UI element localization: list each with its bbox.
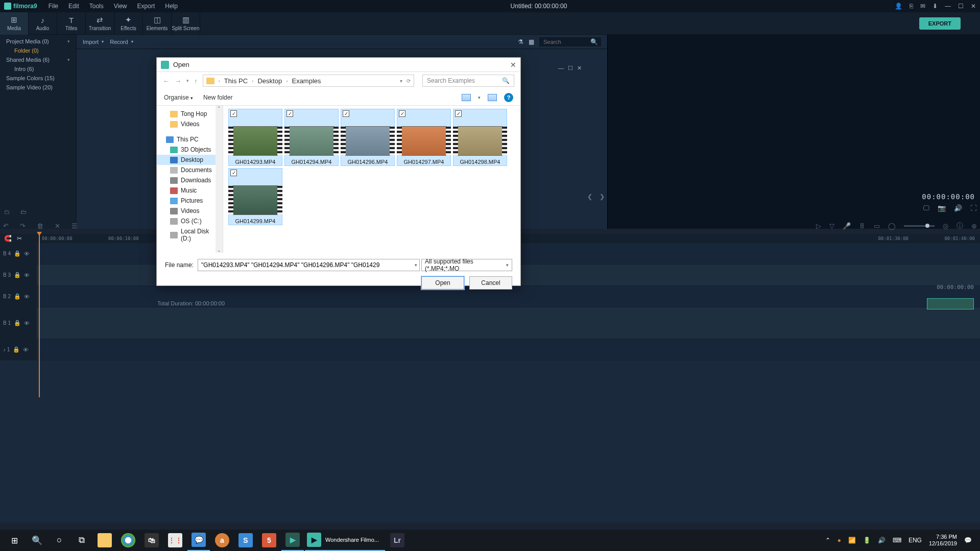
add-folder-icon[interactable]: 🗁 bbox=[20, 208, 27, 215]
zoom-fit-icon[interactable]: ◎ bbox=[943, 222, 948, 230]
search-button[interactable]: 🔍 bbox=[26, 530, 48, 551]
sound-icon[interactable]: 🔊 bbox=[878, 537, 886, 544]
new-folder-button[interactable]: New folder bbox=[203, 94, 232, 101]
tree-item[interactable]: Pictures bbox=[157, 196, 223, 206]
visibility-icon[interactable]: 👁 bbox=[24, 294, 30, 300]
tree-item[interactable]: Local Disk (D:) bbox=[157, 226, 223, 244]
breadcrumb[interactable]: Desktop bbox=[257, 77, 282, 85]
organise-dropdown[interactable]: Organise ▾ bbox=[164, 94, 193, 101]
tree-item[interactable]: This PC bbox=[157, 134, 223, 145]
tab-transition[interactable]: ⇄Transition bbox=[86, 12, 114, 35]
tab-titles[interactable]: TTitles bbox=[57, 12, 86, 35]
preview-pane-toggle[interactable] bbox=[488, 94, 497, 101]
crop-icon[interactable]: ☰ bbox=[71, 222, 78, 230]
media-node[interactable]: Intro (6) bbox=[0, 64, 76, 74]
nav-recent-icon[interactable]: ▾ bbox=[186, 78, 189, 83]
media-node[interactable]: Sample Video (20) bbox=[0, 83, 76, 92]
breadcrumb[interactable]: This PC bbox=[224, 77, 248, 85]
tray-app-icon[interactable]: ● bbox=[838, 537, 841, 544]
tree-scrollbar[interactable]: ⌃⌄ bbox=[216, 106, 223, 253]
cut-icon[interactable]: ✕ bbox=[55, 222, 60, 230]
menu-export[interactable]: Export bbox=[132, 3, 160, 10]
dialog-search-input[interactable]: Search Examples 🔍 bbox=[422, 75, 514, 87]
file-item[interactable]: ✓ GH014298.MP4 bbox=[453, 109, 507, 166]
file-item[interactable]: ✓ GH014294.MP4 bbox=[284, 109, 339, 166]
nav-back-icon[interactable]: ← bbox=[163, 77, 170, 85]
notification-icon[interactable]: ⬇ bbox=[933, 3, 938, 10]
minimize-icon[interactable]: — bbox=[945, 3, 951, 10]
notifications-icon[interactable]: 💬 bbox=[964, 537, 972, 544]
start-button[interactable]: ⊞ bbox=[3, 530, 26, 551]
lock-icon[interactable]: 🔒 bbox=[14, 272, 21, 278]
tab-effects[interactable]: ✦Effects bbox=[114, 12, 143, 35]
tree-item[interactable]: Videos bbox=[157, 119, 223, 129]
marker-icon[interactable]: ▽ bbox=[829, 222, 834, 230]
display-icon[interactable]: 🖵 bbox=[923, 204, 929, 215]
open-button[interactable]: Open bbox=[421, 276, 464, 290]
app2-taskbar-icon[interactable]: 💬 bbox=[187, 530, 210, 551]
menu-help[interactable]: Help bbox=[160, 3, 183, 10]
sub-close-icon[interactable]: ✕ bbox=[577, 65, 582, 71]
timeline-track[interactable]: B 1🔒👁 bbox=[0, 307, 980, 339]
app6-taskbar-icon[interactable]: ▶ bbox=[281, 530, 304, 551]
media-node[interactable]: Folder (0) bbox=[0, 46, 76, 55]
file-item[interactable]: ✓ GH014296.MP4 bbox=[341, 109, 395, 166]
breadcrumb[interactable]: Examples bbox=[292, 77, 321, 85]
file-checkbox[interactable]: ✓ bbox=[343, 110, 349, 117]
timeline-track[interactable]: ♪ 1🔒👁 bbox=[0, 339, 980, 361]
lock-icon[interactable]: 🔒 bbox=[14, 320, 21, 326]
fullscreen-icon[interactable]: ⛶ bbox=[970, 204, 977, 215]
file-checkbox[interactable]: ✓ bbox=[230, 110, 237, 117]
lock-icon[interactable]: 🔒 bbox=[13, 346, 20, 353]
folder-tree[interactable]: Tong HopVideosThis PC3D ObjectsDesktopDo… bbox=[157, 106, 223, 253]
help-icon[interactable]: ? bbox=[504, 93, 513, 102]
voiceover-icon[interactable]: 🎤 bbox=[843, 222, 851, 230]
menu-view[interactable]: View bbox=[109, 3, 132, 10]
file-list[interactable]: ✓ GH014293.MP4✓ GH014294.MP4✓ GH014296.M… bbox=[223, 106, 520, 253]
new-folder-icon[interactable]: 🗀 bbox=[4, 208, 10, 215]
battery-icon[interactable]: 🔋 bbox=[863, 537, 871, 544]
redo-icon[interactable]: ↷ bbox=[20, 222, 26, 230]
wifi-icon[interactable]: 📶 bbox=[848, 537, 856, 544]
prev-frame-icon[interactable]: ❮ bbox=[587, 193, 592, 200]
refresh-icon[interactable]: ⟳ bbox=[407, 78, 411, 84]
filmora-taskbar-icon[interactable]: ▶ Wondershare Filmo... bbox=[305, 530, 385, 551]
volume-icon[interactable]: 🔊 bbox=[954, 204, 962, 215]
tab-media[interactable]: ⊞Media bbox=[0, 12, 29, 35]
settings-icon[interactable]: ⓘ bbox=[957, 221, 963, 230]
app1-taskbar-icon[interactable]: ⋮⋮ bbox=[164, 530, 186, 551]
view-mode-dropdown[interactable] bbox=[462, 94, 471, 101]
media-node[interactable]: Shared Media (6)▾ bbox=[0, 55, 76, 64]
mail-icon[interactable]: ✉ bbox=[920, 3, 925, 10]
tree-item[interactable]: OS (C:) bbox=[157, 216, 223, 226]
lock-icon[interactable]: 🔒 bbox=[14, 250, 21, 257]
sub-minimize-icon[interactable]: — bbox=[558, 65, 564, 71]
next-frame-icon[interactable]: ❯ bbox=[600, 193, 605, 200]
visibility-icon[interactable]: 👁 bbox=[24, 320, 30, 326]
lock-icon[interactable]: 🔒 bbox=[14, 293, 21, 300]
media-node[interactable]: Project Media (0)▾ bbox=[0, 37, 76, 46]
undo-icon[interactable]: ↶ bbox=[3, 222, 9, 230]
share-icon[interactable]: ⎘ bbox=[910, 3, 913, 10]
file-item[interactable]: ✓ GH014297.MP4 bbox=[397, 109, 451, 166]
menu-tools[interactable]: Tools bbox=[84, 3, 109, 10]
render-icon[interactable]: ▭ bbox=[874, 222, 880, 230]
app4-taskbar-icon[interactable]: S bbox=[234, 530, 257, 551]
app5-taskbar-icon[interactable]: 5 bbox=[258, 530, 280, 551]
file-checkbox[interactable]: ✓ bbox=[286, 110, 293, 117]
chrome-taskbar-icon[interactable] bbox=[117, 530, 139, 551]
export-button[interactable]: EXPORT bbox=[919, 17, 961, 30]
explorer-taskbar-icon[interactable] bbox=[93, 530, 116, 551]
dialog-close-icon[interactable]: ✕ bbox=[510, 61, 516, 69]
visibility-icon[interactable]: 👁 bbox=[24, 251, 30, 257]
magnet-icon[interactable]: 🧲 bbox=[4, 235, 12, 242]
store-taskbar-icon[interactable]: 🛍 bbox=[140, 530, 163, 551]
file-type-filter[interactable]: All supported files (*.MP4;*.MO▾ bbox=[421, 259, 512, 271]
language-indicator[interactable]: ENG bbox=[909, 537, 922, 544]
file-item[interactable]: ✓ GH014293.MP4 bbox=[228, 109, 282, 166]
tray-expand-icon[interactable]: ⌃ bbox=[825, 537, 830, 544]
cancel-button[interactable]: Cancel bbox=[469, 276, 512, 290]
tree-item[interactable]: Documents bbox=[157, 165, 223, 175]
menu-file[interactable]: File bbox=[43, 3, 63, 10]
grid-view-icon[interactable]: ▦ bbox=[529, 38, 534, 45]
